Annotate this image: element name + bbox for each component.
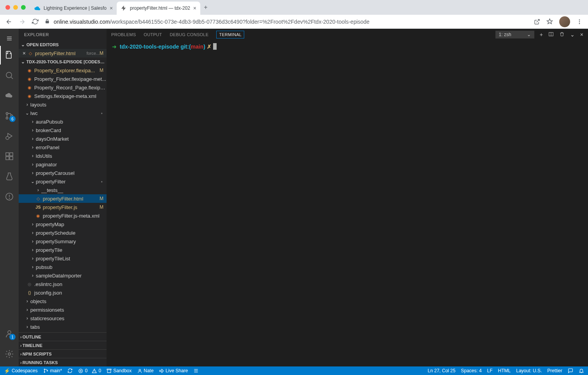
browser-tab-salesforce[interactable]: Lightning Experience | Salesfo × [30, 2, 117, 15]
chevron-down-icon[interactable]: ⌄ [570, 31, 575, 38]
tree-item[interactable]: ›propertyTile [19, 246, 107, 254]
activity-debug[interactable] [0, 127, 19, 145]
trash-icon[interactable] [559, 31, 565, 38]
tree-item[interactable]: ›daysOnMarket [19, 134, 107, 143]
section-outline[interactable]: ›OUTLINE [19, 332, 107, 341]
tree-item[interactable]: ›propertyCarousel [19, 169, 107, 177]
tree-item[interactable]: ›propertySummary [19, 237, 107, 246]
tree-item[interactable]: ›objects [19, 297, 107, 305]
section-npm-scripts[interactable]: ›NPM SCRIPTS [19, 349, 107, 358]
tree-item[interactable]: ›auraPubsub [19, 117, 107, 126]
panel-tab-terminal[interactable]: TERMINAL [216, 31, 244, 38]
browser-tab-vscode[interactable]: propertyFilter.html — tdx-202 × [117, 2, 200, 15]
status-encoding[interactable]: LF [487, 368, 493, 373]
reload-button[interactable] [32, 18, 38, 25]
terminal-selector[interactable]: 1: zsh⌄ [495, 31, 534, 38]
tree-item[interactable]: ◉Property_Finder.flexipage-met... [19, 75, 107, 83]
forward-button[interactable] [19, 18, 26, 25]
menu-icon[interactable] [576, 19, 583, 25]
status-user[interactable]: Nate [137, 368, 154, 373]
activity-source-control[interactable]: 6 [0, 106, 19, 125]
status-layout[interactable]: Layout: U.S. [516, 368, 542, 373]
status-feedback-icon[interactable] [568, 368, 573, 373]
status-sandbox[interactable]: Sandbox [107, 368, 131, 373]
tree-item[interactable]: ›propertySchedule [19, 228, 107, 237]
status-position[interactable]: Ln 27, Col 25 [428, 368, 455, 373]
status-bar: ⚡Codespaces main* 0 0 Sandbox Nate Live … [0, 366, 588, 375]
tree-item[interactable]: ◉Property_Explorer.flexipa...M [19, 66, 107, 75]
tree-item[interactable]: ›paginator [19, 160, 107, 169]
new-tab-button[interactable]: + [200, 2, 211, 13]
menu-button[interactable] [0, 33, 19, 44]
activity-extensions[interactable] [0, 147, 19, 166]
tree-item[interactable]: ›staticresources [19, 314, 107, 323]
open-editor-item[interactable]: × ◇ propertyFilter.html force... M [19, 49, 107, 58]
close-editor-icon[interactable]: × [21, 50, 27, 56]
activity-settings[interactable] [0, 345, 19, 363]
tree-item[interactable]: ›permissionsets [19, 305, 107, 314]
tree-item[interactable]: ›errorPanel [19, 143, 107, 152]
status-bell-icon[interactable] [579, 368, 584, 373]
activity-salesforce[interactable] [0, 86, 19, 105]
tree-item[interactable]: ›propertyMap [19, 220, 107, 228]
svg-point-9 [6, 117, 8, 119]
close-tab-icon[interactable]: × [193, 5, 196, 11]
activity-search[interactable] [0, 66, 19, 85]
close-window[interactable] [5, 5, 10, 10]
html-file-icon: ◇ [27, 51, 33, 56]
tree-item[interactable]: ◉Settings.flexipage-meta.xml [19, 92, 107, 100]
status-branch[interactable]: main* [43, 368, 62, 373]
activity-account[interactable]: 1 [0, 324, 19, 343]
activity-issues[interactable] [0, 187, 19, 206]
url-field[interactable]: online.visualstudio.com/workspace/b44615… [45, 19, 528, 25]
status-sync[interactable] [67, 368, 73, 373]
tree-item[interactable]: ›sampleDataImporter [19, 271, 107, 280]
svg-point-20 [8, 353, 10, 355]
section-running-tasks[interactable]: ›RUNNING TASKS [19, 358, 107, 366]
close-panel-icon[interactable]: × [580, 31, 583, 38]
tree-item[interactable]: ›propertyTileList [19, 254, 107, 263]
panel-tab-debug[interactable]: DEBUG CONSOLE [170, 31, 209, 38]
minimize-window[interactable] [13, 5, 18, 10]
new-terminal-icon[interactable]: + [540, 31, 543, 38]
panel-tab-output[interactable]: OUTPUT [144, 31, 162, 38]
tree-item[interactable]: ◎.eslintrc.json [19, 280, 107, 288]
tree-item[interactable]: ›__tests__ [19, 186, 107, 194]
split-terminal-icon[interactable] [548, 31, 554, 38]
folder-header[interactable]: ⌄TDX-2020-TOOLS-EPISODE [CODESP... [19, 58, 107, 66]
status-liveshare[interactable]: Live Share [159, 368, 188, 373]
tree-item[interactable]: ◉Property_Record_Page.flexipa... [19, 83, 107, 92]
tree-item[interactable]: ›tabs [19, 323, 107, 331]
status-prettier[interactable]: Prettier [547, 368, 562, 373]
profile-avatar[interactable] [559, 16, 570, 27]
open-editors-header[interactable]: ⌄OPEN EDITORS [19, 40, 107, 49]
svg-rect-14 [10, 157, 13, 160]
terminal-content[interactable]: ➜ tdx-2020-tools-episode git:(main) ✗ [107, 40, 588, 366]
activity-explorer[interactable] [0, 46, 19, 65]
tree-item[interactable]: ›ldsUtils [19, 152, 107, 160]
panel-tab-problems[interactable]: PROBLEMS [111, 31, 136, 38]
tree-item[interactable]: ◉propertyFilter.js-meta.xml [19, 211, 107, 220]
status-lang[interactable]: HTML [498, 368, 511, 373]
tree-item[interactable]: ›layouts [19, 100, 107, 109]
status-list-icon[interactable] [193, 368, 199, 373]
status-problems[interactable]: 0 0 [78, 368, 101, 373]
activity-test[interactable] [0, 167, 19, 186]
tree-item[interactable]: ⌄lwc [19, 109, 107, 117]
tree-item[interactable]: ›brokerCard [19, 126, 107, 134]
svg-point-19 [8, 331, 11, 334]
open-external-icon[interactable] [534, 19, 540, 25]
back-button[interactable] [5, 18, 12, 25]
tree-item[interactable]: JSpropertyFilter.jsM [19, 203, 107, 211]
tree-item[interactable]: ⌄propertyFilter [19, 177, 107, 186]
tree-item[interactable]: {}jsconfig.json [19, 288, 107, 297]
maximize-window[interactable] [21, 5, 26, 10]
section-timeline[interactable]: ›TIMELINE [19, 341, 107, 349]
status-codespaces[interactable]: ⚡Codespaces [4, 368, 38, 374]
status-spaces[interactable]: Spaces: 4 [461, 368, 481, 373]
tree-item[interactable]: ◇propertyFilter.htmlM [19, 194, 107, 203]
tree-item[interactable]: ›pubsub [19, 263, 107, 271]
close-tab-icon[interactable]: × [110, 5, 113, 11]
editor-area: PROBLEMS OUTPUT DEBUG CONSOLE TERMINAL 1… [107, 29, 588, 366]
bookmark-icon[interactable] [546, 18, 553, 25]
